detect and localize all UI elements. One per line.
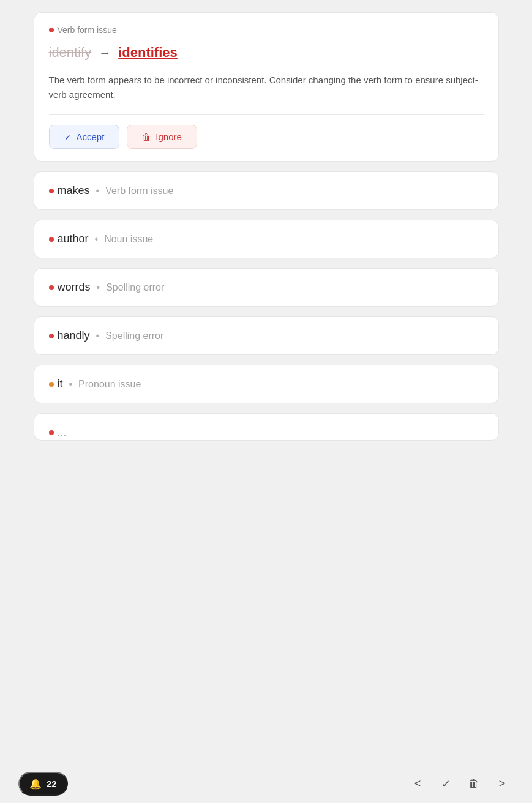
issue-label-text: Verb form issue [58,25,117,35]
trash-nav-icon: 🗑 [468,777,479,790]
issue-type-text: Spelling error [105,331,163,342]
card-header: worrds • Spelling error [49,281,484,294]
next-icon: > [499,777,506,790]
trash-icon: 🗑 [142,132,151,142]
bottom-bar: 🔔 22 < ✓ 🗑 > [0,764,532,803]
issue-label-row: Verb form issue [49,25,484,35]
card-header: handly • Spelling error [49,329,484,342]
divider [49,114,484,115]
original-word: identify [49,45,92,61]
card-header: it • Pronoun issue [49,378,484,390]
word-text: worrds [58,281,91,294]
notification-count: 22 [47,779,57,789]
arrow-icon: → [99,46,111,60]
prev-button[interactable]: < [406,772,429,796]
ignore-label: Ignore [155,132,182,142]
word-text: it [58,378,63,390]
card-partial[interactable]: ... [34,413,499,441]
dot-indicator [49,382,54,387]
separator: • [95,234,99,245]
issue-type-text: Pronoun issue [78,379,141,390]
word-text: author [58,233,89,245]
dot-indicator [49,189,54,193]
word-text: ... [58,426,67,439]
issue-type-text: Spelling error [106,282,164,293]
next-button[interactable]: > [490,772,514,796]
check-icon: ✓ [64,132,72,142]
check-nav-button[interactable]: ✓ [434,772,457,796]
card-author[interactable]: author • Noun issue [34,220,499,258]
ignore-button[interactable]: 🗑 Ignore [127,125,197,149]
notification-badge[interactable]: 🔔 22 [18,772,68,796]
accept-button[interactable]: ✓ Accept [49,125,120,149]
dot-indicator [49,430,54,435]
nav-controls: < ✓ 🗑 > [406,772,514,796]
trash-nav-button[interactable]: 🗑 [462,772,485,796]
card-makes[interactable]: makes • Verb form issue [34,171,499,210]
cards-container: Verb form issue identify → identifies Th… [34,12,499,441]
card-it[interactable]: it • Pronoun issue [34,365,499,403]
word-text: makes [58,184,90,197]
dot-indicator [49,285,54,290]
prev-icon: < [414,777,421,790]
separator: • [96,331,100,342]
card-header: author • Noun issue [49,233,484,245]
separator: • [97,282,100,293]
card-worrds[interactable]: worrds • Spelling error [34,268,499,307]
check-nav-icon: ✓ [441,777,451,791]
accept-label: Accept [77,132,105,142]
card-handly[interactable]: handly • Spelling error [34,316,499,355]
issue-type-text: Noun issue [104,234,153,245]
suggested-word: identifies [118,45,178,61]
separator: • [69,379,73,390]
dot-indicator [49,334,54,338]
description-text: The verb form appears to be incorrect or… [49,73,484,102]
word-text: handly [58,329,90,342]
dot-indicator [49,237,54,242]
action-buttons: ✓ Accept 🗑 Ignore [49,125,484,149]
bell-icon: 🔔 [29,778,42,790]
correction-row: identify → identifies [49,45,484,61]
separator: • [96,185,100,196]
dot-indicator [49,28,54,32]
card-header: ... [49,426,484,439]
issue-type-text: Verb form issue [105,185,173,196]
expanded-card[interactable]: Verb form issue identify → identifies Th… [34,12,499,162]
card-header: makes • Verb form issue [49,184,484,197]
